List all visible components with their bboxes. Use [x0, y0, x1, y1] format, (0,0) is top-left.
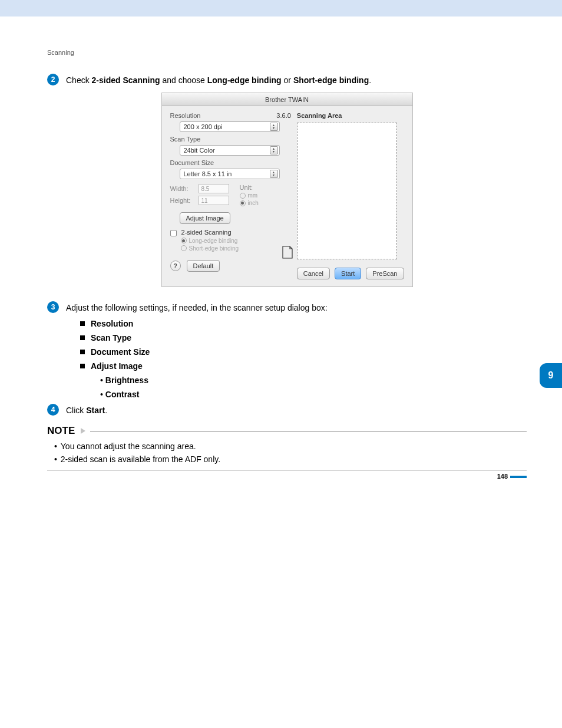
default-button[interactable]: Default — [187, 260, 220, 272]
start-button[interactable]: Start — [335, 268, 361, 279]
stepper-icon: ▴▾ — [270, 170, 278, 178]
list-item: Contrast — [100, 390, 527, 399]
note-header: NOTE — [47, 425, 527, 437]
unit-mm-radio[interactable]: mm — [240, 192, 259, 199]
short-edge-radio[interactable]: Short-edge binding — [181, 245, 291, 252]
top-band — [0, 0, 562, 17]
resolution-label: Resolution — [170, 112, 201, 119]
note-body: You cannot adjust the scanning area. 2-s… — [54, 442, 527, 464]
version-label: 3.6.0 — [276, 112, 290, 119]
page-number: 148 — [497, 473, 527, 480]
dialog-title: Brother TWAIN — [162, 93, 412, 106]
long-edge-radio[interactable]: Long-edge binding — [181, 238, 291, 244]
document-icon — [282, 245, 293, 259]
step-number-4: 4 — [47, 404, 59, 416]
scantype-select[interactable]: 24bit Color ▴▾ — [180, 145, 280, 156]
scanning-area-label: Scanning Area — [297, 112, 404, 119]
step-2-text: Check 2-sided Scanning and choose Long-e… — [66, 74, 371, 87]
stepper-icon: ▴▾ — [270, 123, 278, 131]
list-item: Scan Type — [80, 333, 527, 342]
note-end-rule — [47, 470, 527, 470]
twain-dialog: Brother TWAIN Resolution 3.6.0 200 x 200… — [161, 93, 413, 287]
scantype-label: Scan Type — [170, 136, 201, 143]
unit-inch-radio[interactable]: inch — [240, 200, 259, 206]
step-3: 3 Adjust the following settings, if need… — [47, 301, 527, 314]
step-number-3: 3 — [47, 301, 59, 313]
list-item: Brightness — [100, 375, 527, 385]
docsize-select[interactable]: Letter 8.5 x 11 in ▴▾ — [180, 169, 280, 179]
note-item: You cannot adjust the scanning area. — [54, 442, 527, 451]
stepper-icon: ▴▾ — [270, 146, 278, 154]
breadcrumb: Scanning — [47, 49, 527, 56]
settings-sublist: Brightness Contrast — [100, 375, 527, 399]
width-label: Width: — [170, 185, 199, 192]
height-label: Height: — [170, 197, 199, 204]
resolution-select[interactable]: 200 x 200 dpi ▴▾ — [180, 121, 280, 132]
note-arrow-icon — [81, 428, 85, 434]
step-4-text: Click Start. — [66, 404, 107, 417]
list-item: Resolution — [80, 319, 527, 328]
width-input[interactable] — [199, 184, 229, 193]
scanning-area-preview[interactable] — [297, 123, 397, 259]
settings-list: Resolution Scan Type Document Size Adjus… — [80, 319, 527, 371]
step-2: 2 Check 2-sided Scanning and choose Long… — [47, 74, 527, 87]
step-3-text: Adjust the following settings, if needed… — [66, 301, 328, 314]
cancel-button[interactable]: Cancel — [297, 268, 330, 279]
unit-label: Unit: — [240, 184, 259, 191]
note-item: 2-sided scan is available from the ADF o… — [54, 454, 527, 464]
step-number-2: 2 — [47, 74, 59, 85]
twosided-label: 2-sided Scanning — [181, 229, 232, 236]
step-4: 4 Click Start. — [47, 404, 527, 417]
docsize-label: Document Size — [170, 159, 214, 166]
twosided-checkbox[interactable] — [170, 230, 177, 236]
prescan-button[interactable]: PreScan — [366, 268, 404, 279]
list-item: Document Size — [80, 347, 527, 357]
height-input[interactable] — [199, 196, 229, 205]
help-icon[interactable]: ? — [170, 261, 181, 271]
list-item: Adjust Image — [80, 361, 527, 371]
adjust-image-button[interactable]: Adjust Image — [180, 212, 230, 224]
note-title: NOTE — [47, 425, 75, 437]
